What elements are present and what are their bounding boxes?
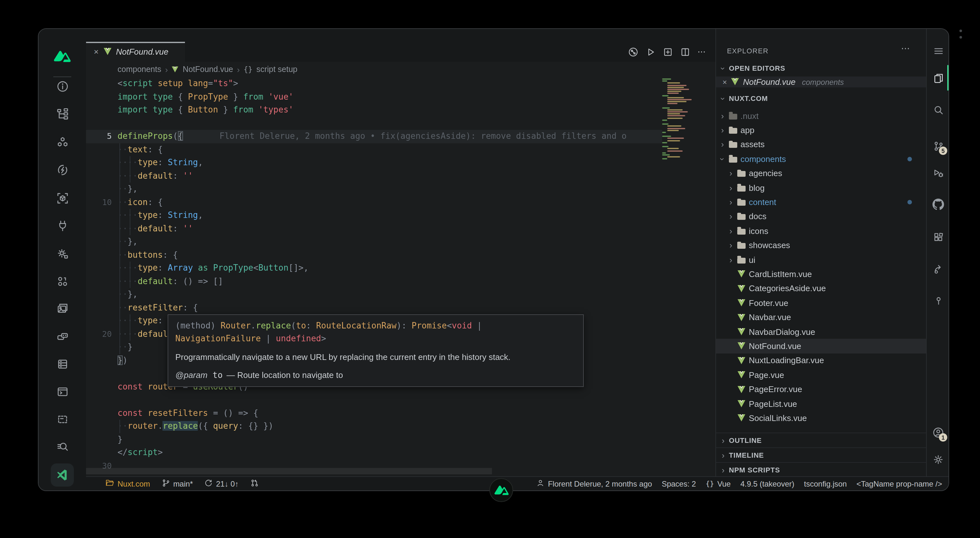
component-inspector-icon[interactable] [52,188,73,208]
horizontal-scrollbar[interactable] [86,468,716,474]
linked-modules-icon[interactable] [52,326,73,346]
breadcrumb-item[interactable]: NotFound.vue [183,65,233,74]
tree-item-pagelist-vue[interactable]: PageList.vue [716,397,926,411]
selection-region-icon[interactable] [52,409,73,429]
assets-image-icon[interactable] [52,298,73,319]
explorer-more-icon[interactable]: ⋯ [901,43,911,53]
tree-item-assets[interactable]: ›assets [716,137,926,152]
settings-gear-box-icon[interactable] [52,243,73,263]
breadcrumb-item[interactable]: components [118,65,161,74]
code-line-6[interactable]: ··text: { [86,143,716,156]
tree-item-page-vue[interactable]: Page.vue [716,368,926,382]
tree-item-notfound-vue[interactable]: NotFound.vue [716,339,926,353]
code-line-29[interactable]: </script> [86,446,716,459]
tree-item-content[interactable]: ›content [716,195,926,209]
tree-item-footer-vue[interactable]: Footer.vue [716,296,926,310]
status-item-git-pull-request[interactable] [250,479,258,489]
code-line-25[interactable] [86,393,716,407]
timeline-icon[interactable] [628,46,638,57]
tree-item-blog[interactable]: ›blog [716,180,926,195]
tree-item-ui[interactable]: ›ui [716,252,926,267]
pages-tree-icon[interactable] [52,104,73,124]
pin-commit-icon[interactable] [932,294,944,306]
status-item-spaces-2[interactable]: Spaces: 2 [662,479,696,488]
status-item-main[interactable]: main* [162,479,192,489]
run-icon[interactable] [646,46,656,57]
open-editors-header[interactable]: › OPEN EDITORS [716,62,926,74]
status-item-tagname-prop-name[interactable]: <TagName prop-name /> [856,479,942,488]
tree-item-components[interactable]: ›components [716,152,926,166]
tree-item-categoriesaside-vue[interactable]: CategoriesAside.vue [716,281,926,296]
code-line-8[interactable]: ····default: '' [86,169,716,182]
run-debug-icon[interactable] [932,167,944,179]
code-line-27[interactable]: ··router.replace({ query: {} }) [86,420,716,433]
breadcrumb[interactable]: components› NotFound.vue›{}script setup [86,62,716,77]
code-line-7[interactable]: ····type: String, [86,156,716,169]
code-line-17[interactable]: ··}, [86,288,716,301]
extensions-icon[interactable] [932,231,944,243]
status-item-tsconfig-json[interactable]: tsconfig.json [804,479,847,488]
status-item-4-9-5-takeover[interactable]: 4.9.5 (takeover) [740,479,794,488]
code-line-11[interactable]: ····type: String, [86,209,716,222]
github-icon[interactable] [932,199,944,210]
tree-item--nuxt[interactable]: ›.nuxt [716,109,926,123]
status-item-21-0[interactable]: 21↓ 0↑ [205,479,239,489]
status-item-florent-delerue-2-months-ago[interactable]: Florent Delerue, 2 months ago [536,479,652,489]
tree-item-showcases[interactable]: ›showcases [716,238,926,252]
split-editor-icon[interactable] [680,46,690,57]
status-item-vue[interactable]: {}Vue [705,479,730,488]
minimap[interactable] [662,78,711,233]
code-line-10[interactable]: 10··icon: { [86,196,716,209]
plug-icon[interactable] [52,216,73,236]
modules-hexagons-icon[interactable] [52,132,73,152]
search-logs-icon[interactable] [52,436,73,457]
code-line-28[interactable]: } [86,433,716,446]
workspace-root-header[interactable]: › NUXT.COM [716,93,926,104]
share-icon[interactable] [932,263,944,275]
tree-item-pageerror-vue[interactable]: PageError.vue [716,382,926,397]
code-line-13[interactable]: ··}, [86,235,716,248]
code-line-14[interactable]: ··buttons: { [86,248,716,262]
code-line-9[interactable]: ··}, [86,182,716,196]
code-line-16[interactable]: ····default: () => [] [86,275,716,288]
outline-section[interactable]: › OUTLINE [716,433,926,447]
server-storage-icon[interactable] [52,353,73,374]
source-control-icon[interactable]: 5 [932,140,944,152]
code-line-1[interactable]: <script setup lang="ts"> [86,77,716,90]
account-icon[interactable]: 1 [932,427,944,438]
breadcrumb-item[interactable]: script setup [256,65,298,74]
tab-notfound-vue[interactable]: × NotFound.vue [86,42,185,62]
more-actions-icon[interactable]: ⋯ [697,47,706,57]
composables-icon[interactable] [52,271,73,291]
open-editor-notfound[interactable]: × NotFound.vue components [716,77,926,88]
tree-item-icons[interactable]: ›icons [716,224,926,238]
nitro-swirl-icon[interactable] [52,160,73,180]
npm-scripts-section[interactable]: › NPM SCRIPTS [716,462,926,477]
vscode-logo-icon[interactable] [51,463,74,487]
search-icon[interactable] [932,104,944,116]
code-line-4[interactable] [86,117,716,130]
tree-item-sociallinks-vue[interactable]: SocialLinks.vue [716,411,926,425]
code-line-26[interactable]: const resetFilters = () => { [86,407,716,420]
tree-item-cardlistitem-vue[interactable]: CardListItem.vue [716,267,926,281]
tree-item-agencies[interactable]: ›agencies [716,166,926,180]
new-file-icon[interactable] [663,46,673,57]
tree-item-docs[interactable]: ›docs [716,209,926,224]
tab-close-icon[interactable]: × [94,48,99,56]
code-line-3[interactable]: import type { Button } from 'types' [86,104,716,117]
terminal-icon[interactable] [52,381,73,402]
scrollbar-slider[interactable] [86,468,492,474]
code-line-18[interactable]: ··resetFilter: { [86,301,716,314]
nuxt-logo-icon[interactable] [52,46,73,67]
code-line-5[interactable]: 5defineProps({Florent Delerue, 2 months … [86,130,716,143]
timeline-section[interactable]: › TIMELINE [716,447,926,462]
explorer-files-icon[interactable] [932,72,944,83]
status-item-nuxt-com[interactable]: Nuxt.com [105,478,150,489]
tree-item-navbardialog-vue[interactable]: NavbarDialog.vue [716,325,926,339]
tree-item-app[interactable]: ›app [716,123,926,137]
code-line-12[interactable]: ····default: '' [86,222,716,235]
close-icon[interactable]: × [722,77,727,86]
tree-item-nuxtloadingbar-vue[interactable]: NuxtLoadingBar.vue [716,353,926,368]
code-line-2[interactable]: import type { PropType } from 'vue' [86,90,716,104]
code-editor[interactable]: <script setup lang="ts">import type { Pr… [86,77,716,473]
